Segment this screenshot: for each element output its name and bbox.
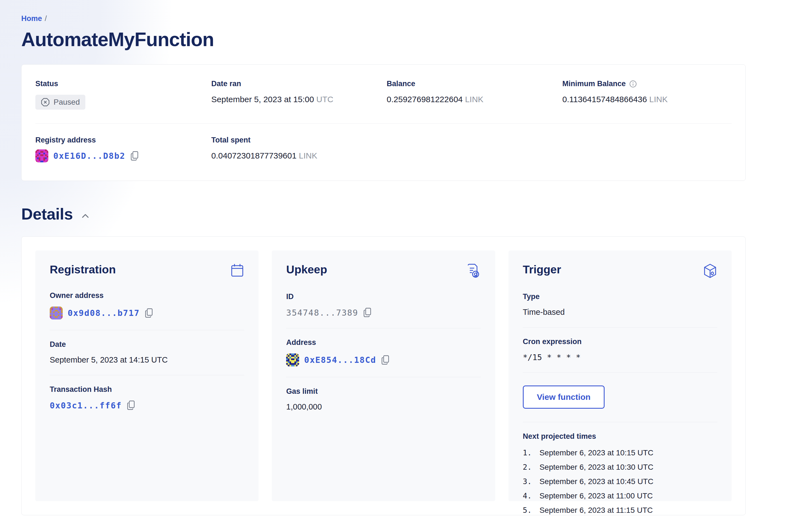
gas-limit-label: Gas limit: [286, 387, 481, 396]
document-gear-icon: [467, 263, 481, 278]
gas-limit-section: Gas limit 1,000,000: [286, 377, 481, 422]
owner-address-link[interactable]: 0x9d08...b717: [68, 308, 140, 318]
upkeep-identicon: [286, 354, 299, 366]
next-projected-times-list: 1. September 6, 2023 at 10:15 UTC 2. Sep…: [523, 448, 717, 515]
transaction-hash-label: Transaction Hash: [50, 385, 244, 394]
min-balance-field: Minimum Balance 0.11364157484866436 LINK: [562, 79, 732, 110]
upkeep-title: Upkeep: [286, 263, 327, 276]
chevron-up-icon[interactable]: [80, 212, 91, 220]
copy-icon[interactable]: [130, 151, 139, 161]
date-ran-label: Date ran: [211, 79, 387, 88]
page-title: AutomateMyFunction: [21, 29, 746, 51]
upkeep-id-value: 354748...7389: [286, 308, 358, 318]
trigger-card: Trigger Type Time-based Cron expression …: [508, 250, 732, 501]
info-icon[interactable]: [629, 80, 637, 88]
next-projected-times-label: Next projected times: [523, 432, 717, 441]
upkeep-address-section: Address 0xE854...18Cd: [286, 328, 481, 377]
copy-icon[interactable]: [363, 308, 372, 318]
registration-date-value: September 5, 2023 at 14:15 UTC: [50, 355, 244, 364]
status-label: Status: [35, 79, 211, 88]
summary-row-1: Status Paused Date: [35, 79, 732, 110]
registry-address-link[interactable]: 0xE16D...D8b2: [53, 151, 125, 161]
details-heading: Details: [21, 205, 73, 223]
summary-row-2: Registry address 0xE16D...D8b2 Total spe…: [35, 136, 732, 162]
upkeep-card: Upkeep ID 354748...7389: [272, 250, 495, 501]
calendar-icon: [230, 263, 244, 277]
breadcrumb: Home/: [21, 14, 746, 23]
status-badge: Paused: [35, 95, 85, 110]
projected-time-item: 4. September 6, 2023 at 11:00 UTC: [523, 491, 717, 500]
view-function-section: View function: [523, 373, 717, 422]
upkeep-id-section: ID 354748...7389: [286, 283, 481, 328]
total-spent-value: 0.04072301877739601: [211, 151, 296, 160]
trigger-title: Trigger: [523, 263, 561, 276]
date-ran-value: September 5, 2023 at 15:00: [211, 95, 314, 104]
status-field: Status Paused: [35, 79, 211, 110]
view-function-button[interactable]: View function: [523, 385, 605, 409]
date-ran-timezone: UTC: [316, 95, 333, 104]
transaction-hash-link[interactable]: 0x03c1...ff6f: [50, 401, 122, 410]
min-balance-value: 0.11364157484866436: [562, 95, 647, 104]
status-badge-text: Paused: [54, 98, 80, 107]
cron-expression-value: */15 * * * *: [523, 353, 717, 362]
balance-field: Balance 0.259276981222604 LINK: [387, 79, 562, 110]
projected-time-text: September 6, 2023 at 11:15 UTC: [539, 506, 653, 515]
trigger-type-section: Type Time-based: [523, 283, 717, 327]
projected-time-item: 1. September 6, 2023 at 10:15 UTC: [523, 448, 717, 457]
projected-time-text: September 6, 2023 at 10:30 UTC: [539, 463, 653, 472]
projected-time-text: September 6, 2023 at 10:45 UTC: [539, 477, 653, 486]
octagon-x-icon: [41, 98, 50, 107]
projected-time-item: 2. September 6, 2023 at 10:30 UTC: [523, 463, 717, 472]
summary-card: Status Paused Date: [21, 64, 746, 181]
registration-card: Registration Owner address 0x9d08...b717: [35, 250, 258, 501]
total-spent-field: Total spent 0.04072301877739601 LINK: [211, 136, 387, 162]
summary-divider: [35, 123, 732, 124]
balance-label: Balance: [387, 79, 562, 88]
upkeep-address-label: Address: [286, 338, 481, 347]
breadcrumb-home-link[interactable]: Home: [21, 14, 42, 23]
upkeep-address-link[interactable]: 0xE854...18Cd: [304, 355, 376, 365]
owner-address-label: Owner address: [50, 291, 244, 300]
projected-time-item: 5. September 6, 2023 at 11:15 UTC: [523, 506, 717, 515]
balance-unit: LINK: [465, 95, 484, 104]
registry-address-label: Registry address: [35, 136, 211, 144]
min-balance-label: Minimum Balance: [562, 79, 626, 88]
gas-limit-value: 1,000,000: [286, 402, 481, 412]
balance-value: 0.259276981222604: [387, 95, 463, 104]
details-header: Details: [21, 205, 746, 223]
min-balance-unit: LINK: [649, 95, 668, 104]
cron-expression-section: Cron expression */15 * * * *: [523, 327, 717, 373]
upkeep-id-label: ID: [286, 292, 481, 301]
transaction-hash-section: Transaction Hash 0x03c1...ff6f: [50, 375, 244, 421]
main-content: Home/ AutomateMyFunction Status: [21, 0, 746, 515]
cube-icon: [703, 263, 717, 278]
breadcrumb-separator: /: [45, 14, 47, 23]
copy-icon[interactable]: [145, 308, 154, 318]
registry-address-field: Registry address 0xE16D...D8b2: [35, 136, 211, 162]
owner-address-section: Owner address 0x9d08...b717: [50, 282, 244, 330]
next-projected-times-section: Next projected times 1. September 6, 202…: [523, 422, 717, 523]
trigger-type-value: Time-based: [523, 308, 717, 317]
copy-icon[interactable]: [127, 400, 136, 410]
trigger-type-label: Type: [523, 292, 717, 301]
registration-date-label: Date: [50, 340, 244, 349]
date-ran-field: Date ran September 5, 2023 at 15:00 UTC: [211, 79, 387, 110]
total-spent-unit: LINK: [299, 151, 317, 160]
registration-title: Registration: [50, 263, 116, 276]
projected-time-text: September 6, 2023 at 10:15 UTC: [539, 448, 653, 457]
projected-time-item: 3. September 6, 2023 at 10:45 UTC: [523, 477, 717, 486]
projected-time-text: September 6, 2023 at 11:00 UTC: [539, 491, 653, 500]
owner-identicon: [50, 307, 63, 320]
registration-date-section: Date September 5, 2023 at 14:15 UTC: [50, 330, 244, 375]
total-spent-label: Total spent: [211, 136, 387, 144]
registry-identicon: [35, 149, 48, 162]
details-container: Registration Owner address 0x9d08...b717: [21, 236, 746, 515]
cron-expression-label: Cron expression: [523, 338, 717, 346]
copy-icon[interactable]: [381, 355, 390, 365]
